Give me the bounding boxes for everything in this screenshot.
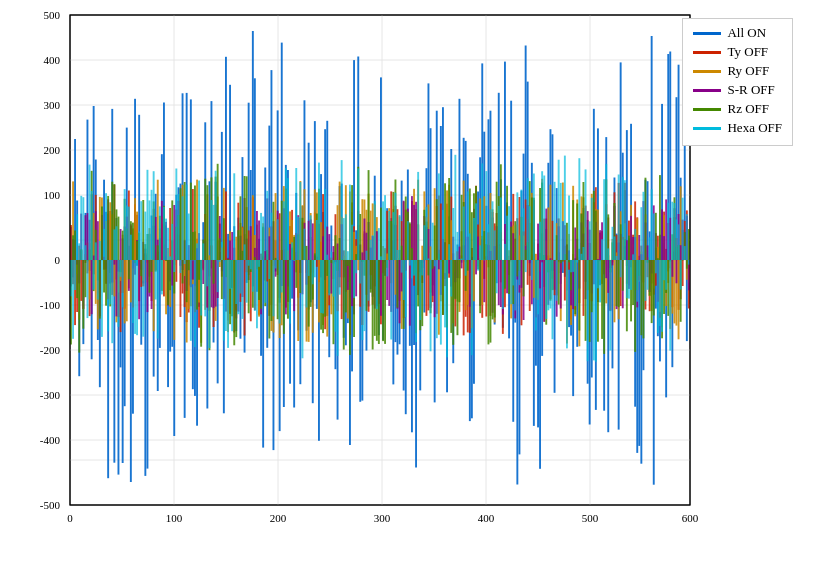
svg-rect-1309 bbox=[219, 238, 221, 260]
svg-rect-1169 bbox=[550, 258, 552, 260]
svg-rect-1240 bbox=[76, 260, 78, 298]
svg-rect-1546 bbox=[89, 165, 91, 260]
svg-rect-1718 bbox=[444, 260, 446, 327]
svg-rect-1590 bbox=[180, 260, 182, 273]
svg-rect-126 bbox=[254, 78, 256, 260]
svg-rect-1609 bbox=[219, 260, 221, 262]
svg-rect-1520 bbox=[655, 213, 657, 260]
svg-rect-1755 bbox=[521, 190, 523, 260]
legend-color-hexa-off bbox=[693, 127, 721, 130]
svg-rect-1593 bbox=[186, 185, 188, 261]
svg-rect-388 bbox=[175, 260, 177, 282]
svg-rect-1736 bbox=[481, 163, 483, 260]
legend-item-rz-off: Rz OFF bbox=[693, 101, 782, 117]
svg-rect-1323 bbox=[248, 260, 250, 313]
svg-rect-1125 bbox=[459, 247, 461, 260]
svg-rect-1399 bbox=[405, 197, 407, 261]
svg-rect-1212 bbox=[638, 235, 640, 260]
svg-rect-1680 bbox=[366, 251, 368, 260]
svg-rect-1615 bbox=[231, 260, 233, 331]
svg-rect-1360 bbox=[324, 260, 326, 317]
svg-text:600: 600 bbox=[682, 512, 699, 524]
svg-rect-1480 bbox=[572, 200, 574, 260]
svg-rect-1734 bbox=[477, 260, 479, 271]
svg-rect-1134 bbox=[477, 237, 479, 261]
svg-rect-1598 bbox=[196, 243, 198, 260]
svg-rect-1425 bbox=[459, 260, 461, 302]
svg-rect-1098 bbox=[403, 201, 405, 260]
svg-rect-1801 bbox=[616, 256, 618, 260]
svg-rect-1600 bbox=[200, 260, 202, 316]
svg-rect-1555 bbox=[107, 260, 109, 331]
svg-rect-1303 bbox=[206, 185, 208, 260]
svg-rect-1363 bbox=[330, 260, 332, 263]
svg-rect-758 bbox=[320, 222, 322, 260]
svg-rect-1775 bbox=[562, 221, 564, 260]
svg-rect-1482 bbox=[576, 204, 578, 261]
svg-rect-1145 bbox=[500, 260, 502, 307]
svg-rect-1137 bbox=[483, 260, 485, 302]
svg-rect-1043 bbox=[289, 244, 291, 260]
svg-rect-1306 bbox=[213, 260, 215, 284]
svg-rect-1538 bbox=[72, 260, 74, 339]
svg-text:-200: -200 bbox=[40, 344, 61, 356]
svg-rect-1740 bbox=[490, 209, 492, 260]
svg-rect-1279 bbox=[157, 245, 159, 260]
svg-rect-1171 bbox=[554, 260, 556, 290]
svg-rect-432 bbox=[266, 260, 268, 282]
svg-rect-1228 bbox=[671, 260, 673, 277]
svg-rect-1800 bbox=[614, 237, 616, 261]
svg-rect-1329 bbox=[260, 260, 262, 309]
svg-rect-1519 bbox=[653, 260, 655, 316]
svg-rect-1101 bbox=[409, 260, 411, 326]
svg-rect-1610 bbox=[221, 242, 223, 260]
svg-rect-1028 bbox=[258, 221, 260, 261]
svg-rect-1702 bbox=[411, 260, 413, 278]
svg-rect-1148 bbox=[506, 260, 508, 293]
svg-rect-1605 bbox=[211, 200, 213, 260]
svg-rect-1674 bbox=[353, 260, 355, 298]
svg-rect-1565 bbox=[128, 207, 130, 260]
svg-rect-1698 bbox=[403, 260, 405, 300]
svg-rect-1395 bbox=[397, 260, 399, 308]
svg-rect-1727 bbox=[463, 207, 465, 261]
svg-rect-1659 bbox=[322, 260, 324, 314]
svg-rect-264 bbox=[539, 260, 541, 469]
svg-rect-854 bbox=[519, 235, 521, 260]
svg-rect-1255 bbox=[107, 196, 109, 260]
svg-rect-1066 bbox=[337, 244, 339, 261]
svg-rect-1767 bbox=[545, 260, 547, 319]
svg-rect-1514 bbox=[643, 260, 645, 338]
svg-rect-1402 bbox=[411, 248, 413, 260]
svg-rect-774 bbox=[353, 232, 355, 260]
svg-rect-1721 bbox=[450, 260, 452, 297]
svg-rect-1199 bbox=[612, 260, 614, 265]
svg-rect-509 bbox=[426, 260, 428, 316]
svg-rect-1007 bbox=[215, 260, 217, 307]
svg-rect-1272 bbox=[142, 200, 144, 260]
svg-rect-668 bbox=[134, 198, 136, 260]
svg-rect-1788 bbox=[589, 221, 591, 260]
svg-rect-1812 bbox=[638, 260, 640, 282]
svg-rect-1651 bbox=[306, 260, 308, 308]
svg-rect-1832 bbox=[680, 260, 682, 290]
svg-rect-1494 bbox=[601, 260, 603, 339]
svg-rect-1710 bbox=[428, 259, 430, 261]
svg-rect-1617 bbox=[235, 260, 237, 304]
svg-rect-1073 bbox=[351, 260, 353, 306]
svg-rect-1096 bbox=[399, 260, 401, 323]
svg-rect-559 bbox=[529, 260, 531, 311]
svg-rect-1825 bbox=[665, 260, 667, 290]
svg-rect-1104 bbox=[415, 202, 417, 260]
svg-rect-1652 bbox=[308, 260, 310, 276]
svg-rect-945 bbox=[87, 213, 89, 260]
svg-rect-1729 bbox=[467, 192, 469, 261]
svg-rect-1569 bbox=[136, 260, 138, 335]
svg-rect-1227 bbox=[669, 218, 671, 260]
svg-text:-500: -500 bbox=[40, 499, 61, 511]
svg-rect-1262 bbox=[122, 231, 124, 260]
svg-rect-1447 bbox=[504, 260, 506, 289]
svg-rect-1830 bbox=[676, 219, 678, 260]
svg-rect-1517 bbox=[649, 260, 651, 296]
svg-rect-1627 bbox=[256, 260, 258, 328]
